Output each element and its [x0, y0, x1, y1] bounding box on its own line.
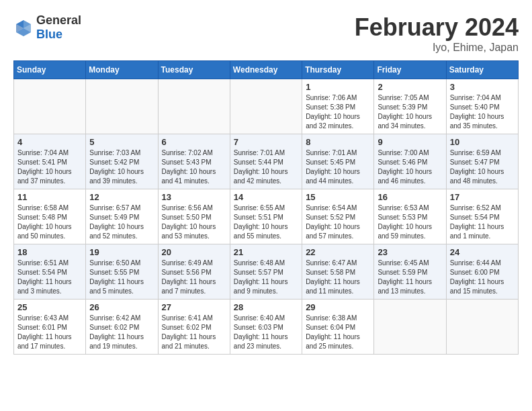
weekday-header-monday: Monday — [86, 61, 158, 79]
day-number: 15 — [306, 192, 370, 202]
logo-general-text: General — [36, 13, 81, 28]
day-detail: Sunrise: 6:50 AM Sunset: 5:55 PM Dayligh… — [89, 259, 154, 296]
day-detail: Sunrise: 6:54 AM Sunset: 5:52 PM Dayligh… — [306, 203, 370, 241]
calendar-cell — [446, 300, 518, 355]
day-detail: Sunrise: 6:41 AM Sunset: 6:02 PM Dayligh… — [162, 314, 226, 351]
day-detail: Sunrise: 6:40 AM Sunset: 6:03 PM Dayligh… — [234, 314, 298, 351]
calendar-cell: 4Sunrise: 7:04 AM Sunset: 5:41 PM Daylig… — [14, 134, 86, 189]
day-detail: Sunrise: 6:45 AM Sunset: 5:59 PM Dayligh… — [378, 259, 442, 296]
day-detail: Sunrise: 7:01 AM Sunset: 5:45 PM Dayligh… — [306, 148, 370, 186]
day-number: 19 — [89, 247, 154, 257]
day-number: 28 — [234, 302, 298, 312]
calendar-cell: 23Sunrise: 6:45 AM Sunset: 5:59 PM Dayli… — [374, 244, 446, 300]
logo: General Blue — [13, 13, 81, 42]
calendar-cell: 14Sunrise: 6:55 AM Sunset: 5:51 PM Dayli… — [230, 189, 302, 244]
day-detail: Sunrise: 7:02 AM Sunset: 5:43 PM Dayligh… — [162, 148, 226, 186]
day-detail: Sunrise: 6:55 AM Sunset: 5:51 PM Dayligh… — [234, 203, 298, 241]
day-number: 1 — [306, 82, 370, 92]
calendar-cell: 10Sunrise: 6:59 AM Sunset: 5:47 PM Dayli… — [446, 134, 518, 189]
day-number: 17 — [450, 192, 515, 202]
calendar-week-1: 4Sunrise: 7:04 AM Sunset: 5:41 PM Daylig… — [14, 134, 519, 189]
day-number: 6 — [162, 137, 226, 147]
day-detail: Sunrise: 6:56 AM Sunset: 5:50 PM Dayligh… — [162, 203, 226, 241]
day-detail: Sunrise: 7:01 AM Sunset: 5:44 PM Dayligh… — [234, 148, 298, 186]
day-number: 12 — [89, 192, 154, 202]
calendar-cell: 6Sunrise: 7:02 AM Sunset: 5:43 PM Daylig… — [158, 134, 230, 189]
calendar-cell: 7Sunrise: 7:01 AM Sunset: 5:44 PM Daylig… — [230, 134, 302, 189]
day-number: 25 — [17, 302, 82, 312]
calendar-cell: 22Sunrise: 6:47 AM Sunset: 5:58 PM Dayli… — [302, 244, 374, 300]
calendar-cell: 11Sunrise: 6:58 AM Sunset: 5:48 PM Dayli… — [14, 189, 86, 244]
day-number: 20 — [162, 247, 226, 257]
day-detail: Sunrise: 6:58 AM Sunset: 5:48 PM Dayligh… — [17, 203, 82, 241]
day-number: 13 — [162, 192, 226, 202]
day-detail: Sunrise: 7:04 AM Sunset: 5:41 PM Dayligh… — [17, 148, 82, 186]
calendar-cell: 8Sunrise: 7:01 AM Sunset: 5:45 PM Daylig… — [302, 134, 374, 189]
weekday-header-wednesday: Wednesday — [230, 61, 302, 79]
calendar-cell — [14, 79, 86, 134]
calendar-cell: 5Sunrise: 7:03 AM Sunset: 5:42 PM Daylig… — [86, 134, 158, 189]
day-detail: Sunrise: 7:03 AM Sunset: 5:42 PM Dayligh… — [89, 148, 154, 186]
day-detail: Sunrise: 6:53 AM Sunset: 5:53 PM Dayligh… — [378, 203, 442, 241]
weekday-header-friday: Friday — [374, 61, 446, 79]
day-number: 26 — [89, 302, 154, 312]
day-number: 9 — [378, 137, 442, 147]
calendar-cell: 28Sunrise: 6:40 AM Sunset: 6:03 PM Dayli… — [230, 300, 302, 355]
calendar-cell: 20Sunrise: 6:49 AM Sunset: 5:56 PM Dayli… — [158, 244, 230, 300]
calendar-cell: 29Sunrise: 6:38 AM Sunset: 6:04 PM Dayli… — [302, 300, 374, 355]
calendar-cell: 2Sunrise: 7:05 AM Sunset: 5:39 PM Daylig… — [374, 79, 446, 134]
day-detail: Sunrise: 6:48 AM Sunset: 5:57 PM Dayligh… — [234, 259, 298, 296]
calendar-cell — [158, 79, 230, 134]
day-number: 29 — [306, 302, 370, 312]
calendar-cell: 9Sunrise: 7:00 AM Sunset: 5:46 PM Daylig… — [374, 134, 446, 189]
day-number: 14 — [234, 192, 298, 202]
day-detail: Sunrise: 6:38 AM Sunset: 6:04 PM Dayligh… — [306, 314, 370, 351]
calendar-cell — [86, 79, 158, 134]
weekday-header-saturday: Saturday — [446, 61, 518, 79]
logo-icon — [13, 17, 34, 38]
day-number: 2 — [378, 82, 442, 92]
day-detail: Sunrise: 6:42 AM Sunset: 6:02 PM Dayligh… — [89, 314, 154, 351]
weekday-header-tuesday: Tuesday — [158, 61, 230, 79]
calendar-cell: 3Sunrise: 7:04 AM Sunset: 5:40 PM Daylig… — [446, 79, 518, 134]
calendar-cell: 21Sunrise: 6:48 AM Sunset: 5:57 PM Dayli… — [230, 244, 302, 300]
calendar-week-0: 1Sunrise: 7:06 AM Sunset: 5:38 PM Daylig… — [14, 79, 519, 134]
day-detail: Sunrise: 6:47 AM Sunset: 5:58 PM Dayligh… — [306, 259, 370, 296]
day-number: 5 — [89, 137, 154, 147]
day-number: 22 — [306, 247, 370, 257]
day-number: 10 — [450, 137, 515, 147]
title-block: February 2024 Iyo, Ehime, Japan — [355, 13, 519, 54]
calendar-cell: 15Sunrise: 6:54 AM Sunset: 5:52 PM Dayli… — [302, 189, 374, 244]
day-number: 27 — [162, 302, 226, 312]
logo-blue-text: Blue — [36, 28, 81, 42]
calendar-cell: 27Sunrise: 6:41 AM Sunset: 6:02 PM Dayli… — [158, 300, 230, 355]
day-number: 24 — [450, 247, 515, 257]
location-subtitle: Iyo, Ehime, Japan — [355, 42, 519, 54]
day-number: 7 — [234, 137, 298, 147]
day-detail: Sunrise: 7:05 AM Sunset: 5:39 PM Dayligh… — [378, 93, 442, 131]
calendar-cell: 16Sunrise: 6:53 AM Sunset: 5:53 PM Dayli… — [374, 189, 446, 244]
calendar-week-4: 25Sunrise: 6:43 AM Sunset: 6:01 PM Dayli… — [14, 300, 519, 355]
day-detail: Sunrise: 6:59 AM Sunset: 5:47 PM Dayligh… — [450, 148, 515, 186]
weekday-header-thursday: Thursday — [302, 61, 374, 79]
calendar-cell: 18Sunrise: 6:51 AM Sunset: 5:54 PM Dayli… — [14, 244, 86, 300]
day-detail: Sunrise: 6:49 AM Sunset: 5:56 PM Dayligh… — [162, 259, 226, 296]
calendar-cell: 1Sunrise: 7:06 AM Sunset: 5:38 PM Daylig… — [302, 79, 374, 134]
day-detail: Sunrise: 7:00 AM Sunset: 5:46 PM Dayligh… — [378, 148, 442, 186]
day-number: 16 — [378, 192, 442, 202]
day-detail: Sunrise: 7:06 AM Sunset: 5:38 PM Dayligh… — [306, 93, 370, 131]
calendar-cell: 25Sunrise: 6:43 AM Sunset: 6:01 PM Dayli… — [14, 300, 86, 355]
calendar-week-3: 18Sunrise: 6:51 AM Sunset: 5:54 PM Dayli… — [14, 244, 519, 300]
day-detail: Sunrise: 6:57 AM Sunset: 5:49 PM Dayligh… — [89, 203, 154, 241]
day-detail: Sunrise: 6:51 AM Sunset: 5:54 PM Dayligh… — [17, 259, 82, 296]
weekday-header-row: SundayMondayTuesdayWednesdayThursdayFrid… — [14, 61, 519, 79]
day-number: 21 — [234, 247, 298, 257]
day-number: 18 — [17, 247, 82, 257]
calendar-cell — [230, 79, 302, 134]
calendar-cell: 12Sunrise: 6:57 AM Sunset: 5:49 PM Dayli… — [86, 189, 158, 244]
calendar-cell — [374, 300, 446, 355]
calendar-cell: 24Sunrise: 6:44 AM Sunset: 6:00 PM Dayli… — [446, 244, 518, 300]
day-detail: Sunrise: 6:43 AM Sunset: 6:01 PM Dayligh… — [17, 314, 82, 351]
day-number: 4 — [17, 137, 82, 147]
day-detail: Sunrise: 6:52 AM Sunset: 5:54 PM Dayligh… — [450, 203, 515, 241]
